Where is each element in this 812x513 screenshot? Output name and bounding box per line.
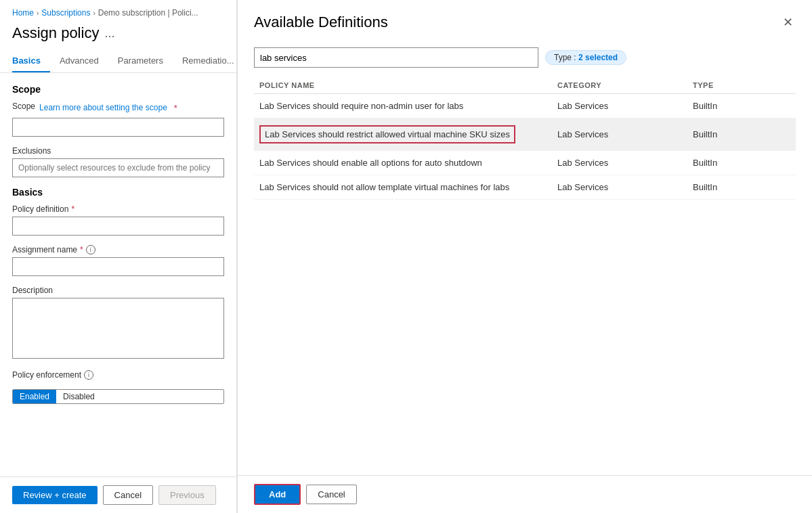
category-cell: Lab Services — [552, 94, 687, 118]
modal-title: Available Definitions — [254, 14, 388, 31]
scope-input[interactable] — [12, 118, 224, 137]
type-cell: BuiltIn — [687, 94, 796, 118]
tab-parameters[interactable]: Parameters — [118, 50, 173, 72]
breadcrumb-demo: Demo subscription | Polici... — [98, 8, 198, 18]
enforcement-info-icon[interactable]: i — [84, 370, 93, 380]
modal-close-button[interactable]: ✕ — [780, 12, 796, 32]
policy-name-cell: Lab Services should restrict allowed vir… — [254, 118, 552, 151]
assignment-name-info-icon[interactable]: i — [86, 245, 95, 254]
review-create-button[interactable]: Review + create — [12, 486, 98, 504]
modal-search-row: Type : 2 selected — [238, 41, 812, 77]
assignment-name-input[interactable] — [12, 257, 224, 276]
scope-section-label: Scope — [12, 84, 224, 95]
policy-name-cell: Lab Services should require non-admin us… — [254, 94, 552, 118]
col-header-category: CATEGORY — [552, 77, 687, 94]
type-cell: BuiltIn — [687, 175, 796, 200]
policy-definition-input[interactable] — [12, 217, 224, 236]
left-content: Scope Scope Learn more about setting the… — [0, 73, 236, 476]
cancel-button-modal[interactable]: Cancel — [306, 485, 356, 504]
exclusions-label: Exclusions — [12, 146, 224, 156]
definitions-table: POLICY NAME CATEGORY TYPE Lab Services s… — [254, 77, 796, 200]
exclusions-input[interactable] — [12, 158, 224, 177]
policy-name-cell: Lab Services should enable all options f… — [254, 151, 552, 175]
page-title-row: Assign policy ... — [0, 22, 236, 50]
page-title-dots[interactable]: ... — [104, 26, 114, 41]
basics-section-label: Basics — [12, 187, 224, 198]
available-definitions-modal: Available Definitions ✕ Type : 2 selecte… — [237, 0, 812, 513]
left-footer: Review + create Cancel Previous — [0, 476, 236, 513]
enforcement-toggle-group[interactable]: Enabled Disabled — [12, 389, 224, 404]
enforcement-enabled-btn[interactable]: Enabled — [13, 390, 56, 403]
policy-name-outlined: Lab Services should restrict allowed vir… — [259, 125, 515, 143]
tabs-row: Basics Advanced Parameters Remediatio... — [0, 50, 236, 73]
breadcrumb-subscriptions[interactable]: Subscriptions — [41, 8, 90, 18]
chevron-icon-2: › — [93, 9, 95, 17]
assignment-name-label: Assignment name * i — [12, 245, 224, 254]
policy-name-cell: Lab Services should not allow template v… — [254, 175, 552, 200]
tab-remediation[interactable]: Remediatio... — [182, 50, 244, 72]
breadcrumb: Home › Subscriptions › Demo subscription… — [0, 0, 236, 22]
table-row[interactable]: Lab Services should enable all options f… — [254, 151, 796, 175]
table-row[interactable]: Lab Services should not allow template v… — [254, 175, 796, 200]
policy-enforcement-label: Policy enforcement i — [12, 370, 93, 380]
page-title: Assign policy — [12, 24, 99, 42]
modal-footer: Add Cancel — [238, 475, 812, 513]
definitions-search-input[interactable] — [254, 47, 538, 68]
description-label: Description — [12, 286, 224, 295]
type-label: Type : — [554, 53, 576, 62]
modal-header: Available Definitions ✕ — [238, 0, 812, 41]
col-header-type: TYPE — [687, 77, 796, 94]
policy-enforcement-row: Policy enforcement i — [12, 370, 224, 382]
category-cell: Lab Services — [552, 151, 687, 175]
policy-definition-label: Policy definition * — [12, 204, 224, 214]
table-header-row: POLICY NAME CATEGORY TYPE — [254, 77, 796, 94]
enforcement-disabled-btn[interactable]: Disabled — [56, 390, 102, 403]
description-textarea[interactable] — [12, 298, 224, 359]
scope-field-row: Scope Learn more about setting the scope… — [12, 102, 224, 114]
definitions-table-container: POLICY NAME CATEGORY TYPE Lab Services s… — [238, 77, 812, 475]
tab-advanced[interactable]: Advanced — [60, 50, 108, 72]
type-cell: BuiltIn — [687, 151, 796, 175]
type-filter-badge[interactable]: Type : 2 selected — [545, 50, 626, 65]
type-cell: BuiltIn — [687, 118, 796, 151]
category-cell: Lab Services — [552, 118, 687, 151]
breadcrumb-home[interactable]: Home — [12, 8, 34, 18]
category-cell: Lab Services — [552, 175, 687, 200]
scope-required: * — [174, 103, 177, 113]
left-panel: Home › Subscriptions › Demo subscription… — [0, 0, 237, 513]
type-value: 2 selected — [578, 53, 618, 62]
scope-label: Scope — [12, 102, 35, 111]
previous-button: Previous — [158, 485, 216, 505]
tab-basics[interactable]: Basics — [12, 50, 50, 72]
scope-link[interactable]: Learn more about setting the scope — [39, 103, 167, 112]
chevron-icon: › — [37, 9, 39, 17]
cancel-button-left[interactable]: Cancel — [103, 485, 153, 505]
table-row[interactable]: Lab Services should restrict allowed vir… — [254, 118, 796, 151]
table-row[interactable]: Lab Services should require non-admin us… — [254, 94, 796, 118]
col-header-policy-name: POLICY NAME — [254, 77, 552, 94]
add-button[interactable]: Add — [254, 484, 301, 505]
